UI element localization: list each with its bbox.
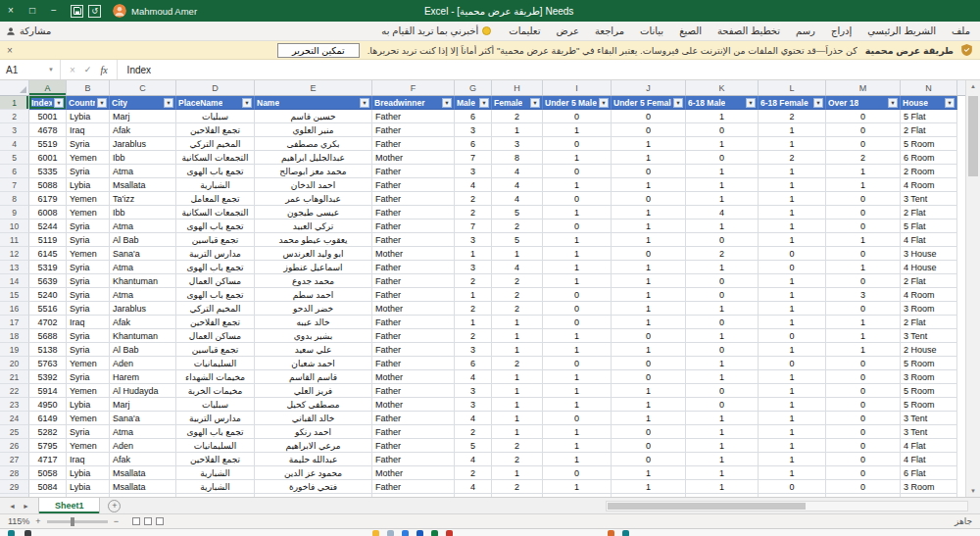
- cell-N3[interactable]: 2 Flat: [901, 123, 957, 137]
- cell-N25[interactable]: 3 Tent: [901, 425, 957, 439]
- cell-F2[interactable]: Father: [372, 110, 455, 123]
- cell-N12[interactable]: 3 House: [901, 247, 957, 261]
- cell-K17[interactable]: 0: [686, 316, 759, 329]
- table-header-house[interactable]: House▼: [901, 96, 957, 110]
- cell-M16[interactable]: 0: [826, 302, 901, 316]
- cell-K5[interactable]: 0: [686, 151, 759, 165]
- cell-F26[interactable]: Father: [372, 439, 455, 453]
- filter-dropdown-icon[interactable]: ▼: [97, 98, 107, 108]
- cell-K2[interactable]: 1: [686, 110, 759, 123]
- cell-L19[interactable]: 1: [759, 343, 826, 357]
- cell-C21[interactable]: Harem: [110, 370, 176, 384]
- row-header-26[interactable]: 26: [0, 439, 29, 453]
- cell-J21[interactable]: 0: [612, 370, 686, 384]
- cell-B9[interactable]: Yemen: [67, 206, 110, 219]
- cell-L11[interactable]: 1: [759, 233, 826, 247]
- cell-L8[interactable]: 1: [759, 192, 826, 206]
- cell-G17[interactable]: 1: [455, 316, 492, 329]
- cell-C23[interactable]: Marj: [110, 398, 176, 412]
- cell-A25[interactable]: 5282: [29, 425, 67, 439]
- cell-N20[interactable]: 5 Room: [901, 357, 957, 370]
- cell-M12[interactable]: 0: [826, 247, 901, 261]
- vertical-scrollbar[interactable]: ▲ ▼: [965, 80, 980, 497]
- cell-A15[interactable]: 5240: [29, 288, 67, 302]
- minimize-window-button[interactable]: −: [43, 0, 65, 22]
- cell-A27[interactable]: 4717: [29, 453, 67, 466]
- row-header-2[interactable]: 2: [0, 110, 29, 123]
- cell-N11[interactable]: 4 Flat: [901, 233, 957, 247]
- cell-J17[interactable]: 1: [612, 316, 686, 329]
- cell-A5[interactable]: 6001: [29, 151, 67, 165]
- cell-M28[interactable]: 0: [826, 466, 901, 480]
- cell-E11[interactable]: يعقوب عيطو محمد: [255, 233, 372, 247]
- sheet-tab-sheet1[interactable]: Sheet1: [38, 498, 101, 513]
- cell-F18[interactable]: Father: [372, 329, 455, 343]
- cell-H22[interactable]: 1: [492, 384, 543, 398]
- cell-D5[interactable]: التجمعات السكانية: [176, 151, 255, 165]
- cell-M11[interactable]: 1: [826, 233, 901, 247]
- cell-L21[interactable]: 1: [759, 370, 826, 384]
- cell-K19[interactable]: 0: [686, 343, 759, 357]
- cell-K21[interactable]: 1: [686, 370, 759, 384]
- cell-I8[interactable]: 0: [543, 192, 612, 206]
- cell-L22[interactable]: 1: [759, 384, 826, 398]
- cell-F20[interactable]: Father: [372, 357, 455, 370]
- cell-L25[interactable]: 1: [759, 425, 826, 439]
- cell-C24[interactable]: Sana'a: [110, 412, 176, 425]
- cell-A28[interactable]: 5058: [29, 466, 67, 480]
- cell-L15[interactable]: 1: [759, 288, 826, 302]
- cell-K12[interactable]: 2: [686, 247, 759, 261]
- cell-M17[interactable]: 1: [826, 316, 901, 329]
- enable-editing-button[interactable]: تمكين التحرير: [277, 43, 360, 58]
- cell-B20[interactable]: Yemen: [67, 357, 110, 370]
- cell-D6[interactable]: تجمع باب الهوى: [176, 165, 255, 178]
- cell-M4[interactable]: 0: [826, 137, 901, 151]
- cell-A13[interactable]: 5319: [29, 261, 67, 274]
- cell-C28[interactable]: Msallata: [110, 466, 176, 480]
- cell-C27[interactable]: Afak: [110, 453, 176, 466]
- table-header-6-18-female[interactable]: 6-18 Female▼: [759, 96, 826, 110]
- cell-M19[interactable]: 1: [826, 343, 901, 357]
- cell-J15[interactable]: 1: [612, 288, 686, 302]
- cell-K7[interactable]: 1: [686, 178, 759, 192]
- cell-J18[interactable]: 0: [612, 329, 686, 343]
- cell-B3[interactable]: Iraq: [67, 123, 110, 137]
- cell-D28[interactable]: الشبارية: [176, 466, 255, 480]
- cell-B29[interactable]: Lybia: [67, 480, 110, 494]
- filter-dropdown-icon[interactable]: ▼: [164, 98, 173, 108]
- cell-L12[interactable]: 0: [759, 247, 826, 261]
- cell-K16[interactable]: 1: [686, 302, 759, 316]
- cell-M7[interactable]: 1: [826, 178, 901, 192]
- cell-A16[interactable]: 5516: [29, 302, 67, 316]
- cell-J25[interactable]: 0: [612, 425, 686, 439]
- cell-A7[interactable]: 5088: [29, 178, 67, 192]
- taskbar-app-icon[interactable]: [372, 530, 379, 536]
- table-header-breadwinner[interactable]: Breadwinner▼: [372, 96, 455, 110]
- cell-F7[interactable]: Father: [372, 178, 455, 192]
- cell-K18[interactable]: 1: [686, 329, 759, 343]
- table-header-index[interactable]: Index▼: [29, 96, 67, 110]
- cell-M18[interactable]: 1: [826, 329, 901, 343]
- cell-A23[interactable]: 4950: [29, 398, 67, 412]
- cell-B16[interactable]: Syria: [67, 302, 110, 316]
- cell-G7[interactable]: 4: [455, 178, 492, 192]
- normal-view-icon[interactable]: [132, 517, 140, 525]
- message-bar-close-icon[interactable]: ×: [7, 41, 13, 60]
- cell-N5[interactable]: 6 Room: [901, 151, 957, 165]
- cell-H16[interactable]: 2: [492, 302, 543, 316]
- cell-L26[interactable]: 1: [759, 439, 826, 453]
- cell-E4[interactable]: بكري مصطفى: [255, 137, 372, 151]
- cell-C25[interactable]: Atma: [110, 425, 176, 439]
- cell-L9[interactable]: 1: [759, 206, 826, 219]
- formula-input[interactable]: Index: [118, 65, 161, 75]
- cell-B26[interactable]: Yemen: [67, 439, 110, 453]
- cell-G13[interactable]: 3: [455, 261, 492, 274]
- cell-M2[interactable]: 0: [826, 110, 901, 123]
- zoom-in-button[interactable]: +: [35, 516, 40, 526]
- cell-A17[interactable]: 4702: [29, 316, 67, 329]
- cell-H8[interactable]: 4: [492, 192, 543, 206]
- cell-D26[interactable]: السليمانيات: [176, 439, 255, 453]
- cell-L13[interactable]: 0: [759, 261, 826, 274]
- cell-A10[interactable]: 5244: [29, 219, 67, 233]
- cell-K9[interactable]: 4: [686, 206, 759, 219]
